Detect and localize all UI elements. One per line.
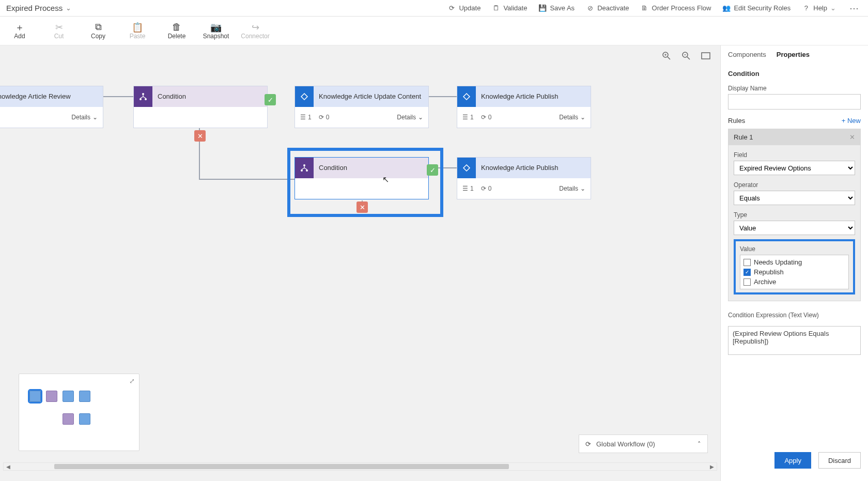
svg-point-10 [145,98,147,100]
stage-title: Knowledge Article Publish [476,164,559,172]
title-dropdown-icon[interactable]: ⌄ [66,4,71,12]
badge-no: ✕ [357,201,368,213]
minimap-node[interactable] [63,391,74,402]
paste-button[interactable]: 📋 Paste [123,22,152,40]
deactivate-button[interactable]: ⊘ Deactivate [586,4,629,12]
title-bar: Expired Process ⌄ ⟳ Update 🗒 Validate 💾 … [0,0,868,17]
copy-icon: ⧉ [95,22,102,33]
cut-button[interactable]: ✂ Cut [44,22,73,40]
connector-button[interactable]: ↪ Connector [241,22,270,40]
refresh-icon: ⟳ [447,4,456,12]
scroll-left-icon[interactable]: ◄ [4,463,13,471]
display-name-input[interactable] [728,94,861,110]
minimap-node[interactable] [46,391,57,402]
minimap-node[interactable] [79,391,90,402]
tab-components[interactable]: Components [728,51,766,61]
details-toggle[interactable]: Details ⌄ [559,114,585,121]
snapshot-button[interactable]: 📷 Snapshot [202,22,230,40]
svg-point-11 [303,164,305,166]
badge-no: ✕ [194,130,206,142]
cut-icon: ✂ [55,22,63,33]
top-actions: ⟳ Update 🗒 Validate 💾 Save As ⊘ Deactiva… [447,3,862,14]
stage-title: Condition [314,164,347,172]
stage-update-content[interactable]: Knowledge Article Update Content ☰1 ⟳0 D… [295,86,429,128]
stage-publish-1[interactable]: Knowledge Article Publish ☰1 ⟳0 Details … [457,86,591,128]
copy-button[interactable]: ⧉ Copy [84,22,113,40]
order-flow-button[interactable]: 🗎 Order Process Flow [641,4,711,12]
rules-label: Rules [728,117,745,125]
details-toggle[interactable]: Details ⌄ [397,114,423,121]
checkbox-icon[interactable] [743,278,751,286]
checkbox-icon[interactable]: ✓ [743,269,751,276]
minimap[interactable]: ⤢ [19,374,140,451]
details-toggle[interactable]: Details ⌄ [71,114,98,121]
validate-button[interactable]: 🗒 Validate [492,4,527,12]
branch-icon [295,158,314,178]
trash-icon: 🗑 [172,22,181,33]
value-option[interactable]: Needs Updating [743,257,845,267]
chevron-down-icon: ⌄ [580,114,585,121]
deactivate-icon: ⊘ [586,4,594,12]
steps-icon: ☰ [462,114,468,121]
expand-icon[interactable]: ⤢ [129,377,135,385]
scroll-thumb[interactable] [54,464,509,469]
minimap-node[interactable] [79,413,90,425]
expression-text: (Expired Review Options Equals [Republis… [728,326,861,355]
refresh-icon: ⟳ [585,440,591,448]
horizontal-scrollbar[interactable]: ◄ ► [3,462,717,471]
stage-condition-1[interactable]: Condition [133,86,268,128]
steps-icon: ☰ [300,114,306,121]
scroll-track[interactable] [13,464,707,469]
help-button[interactable]: ? Help ⌄ [802,4,836,12]
cursor-icon: ↖ [382,175,389,184]
side-tabs: Components Properties [721,45,868,65]
stage-title: Condition [152,92,186,101]
value-option[interactable]: ✓ Republish [743,267,845,277]
panel-footer: Apply Discard [721,447,868,481]
canvas-area[interactable]: Knowledge Article Review ⟳0 Details ⌄ [0,45,720,481]
field-select[interactable]: Expired Review Options [734,161,855,175]
plus-icon: ＋ [15,22,24,33]
badge-yes: ✓ [265,94,276,105]
chevron-down-icon: ⌄ [580,185,585,192]
ribbon: ＋ Add ✂ Cut ⧉ Copy 📋 Paste 🗑 Delete 📷 Sn… [0,17,868,45]
delete-button[interactable]: 🗑 Delete [162,22,191,40]
connector-line [199,179,302,180]
value-option[interactable]: Archive [743,277,845,287]
details-toggle[interactable]: Details ⌄ [559,185,585,192]
stage-publish-2[interactable]: Knowledge Article Publish ☰1 ⟳0 Details … [457,157,591,199]
main-row: Knowledge Article Review ⟳0 Details ⌄ [0,45,868,481]
type-label: Type [734,209,855,221]
close-icon[interactable]: ✕ [849,133,855,141]
tab-properties[interactable]: Properties [777,51,810,61]
minimap-node[interactable] [29,391,41,402]
svg-point-13 [306,169,308,172]
minimap-node[interactable] [63,413,74,425]
badge-yes: ✓ [427,164,438,176]
value-label: Value [740,245,849,255]
connector-icon: ↪ [252,22,259,33]
more-button[interactable]: ⋯ [847,3,862,14]
global-workflow-bar[interactable]: ⟳ Global Workflow (0) ˄ [579,435,708,453]
stage-icon [457,158,476,178]
checkbox-icon[interactable] [743,259,751,266]
add-button[interactable]: ＋ Add [5,22,34,40]
update-button[interactable]: ⟳ Update [447,4,481,12]
value-list: Needs Updating ✓ Republish Archive [740,255,849,289]
save-as-button[interactable]: 💾 Save As [538,4,575,12]
chevron-up-icon[interactable]: ˄ [698,440,701,448]
scroll-right-icon[interactable]: ► [707,463,717,471]
discard-button[interactable]: Discard [818,452,861,469]
refresh-icon: ⟳ [319,114,324,121]
stage-title: Knowledge Article Update Content [314,92,421,101]
stage-review[interactable]: Knowledge Article Review ⟳0 Details ⌄ [0,86,103,128]
apply-button[interactable]: Apply [774,452,811,469]
operator-select[interactable]: Equals [734,191,855,205]
type-select[interactable]: Value [734,221,855,235]
value-section-highlight: Value Needs Updating ✓ Republish [734,239,855,294]
stage-title: Knowledge Article Review [0,92,71,101]
stage-condition-2[interactable]: Condition [295,157,429,199]
new-rule-button[interactable]: + New [842,117,861,125]
security-roles-button[interactable]: 👥 Edit Security Roles [722,4,791,12]
expression-label: Condition Expression (Text View) [728,309,861,321]
